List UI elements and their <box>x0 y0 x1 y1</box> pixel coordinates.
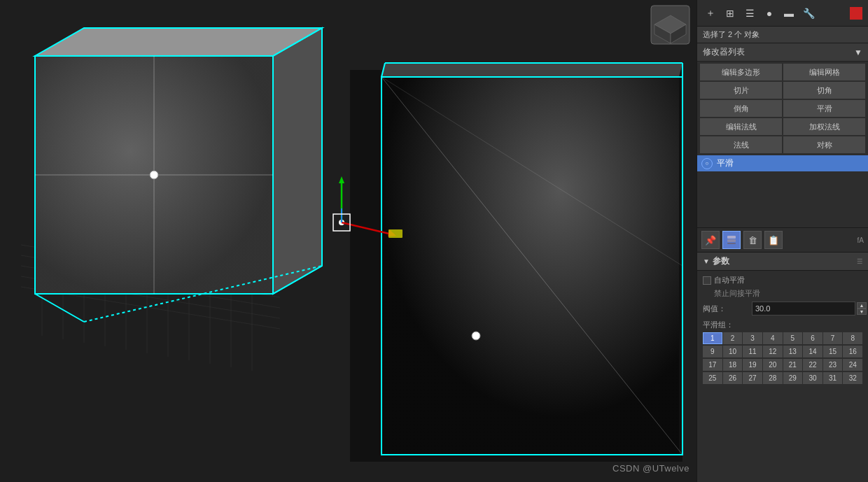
smooth-num-31[interactable]: 31 <box>823 372 843 384</box>
fa-text: fA <box>858 236 864 244</box>
auto-smooth-row: 自动平滑 <box>703 275 862 285</box>
edit-mesh-btn[interactable]: 编辑网格 <box>783 64 865 80</box>
smooth-num-6[interactable]: 6 <box>803 332 822 344</box>
svg-point-29 <box>150 171 158 179</box>
smooth-num-25[interactable]: 25 <box>703 372 722 384</box>
smooth-num-17[interactable]: 17 <box>703 359 722 371</box>
svg-rect-55 <box>727 243 736 244</box>
params-options: ☰ <box>857 258 862 265</box>
smooth-num-12[interactable]: 12 <box>763 346 783 357</box>
delete-icon[interactable]: 🗑 <box>743 231 762 249</box>
weighted-normals-btn[interactable]: 加权法线 <box>783 118 865 135</box>
smooth-num-13[interactable]: 13 <box>783 346 803 357</box>
params-header[interactable]: ▼ 参数 ☰ <box>697 253 868 271</box>
slice-btn[interactable]: 切片 <box>700 82 782 99</box>
modifier-tools: 📌 🗑 📋 fA <box>697 227 868 253</box>
smooth-num-11[interactable]: 11 <box>743 346 762 357</box>
edit-normals-btn[interactable]: 编辑法线 <box>700 118 782 135</box>
smooth-num-16[interactable]: 16 <box>843 346 862 357</box>
smooth-num-22[interactable]: 22 <box>803 359 822 371</box>
smooth-num-2[interactable]: 2 <box>723 332 743 344</box>
smooth-num-23[interactable]: 23 <box>823 359 843 371</box>
edit-poly-btn[interactable]: 编辑多边形 <box>700 64 782 80</box>
svg-marker-32 <box>382 63 682 77</box>
smooth-num-27[interactable]: 27 <box>743 372 762 384</box>
smooth-num-18[interactable]: 18 <box>723 359 743 371</box>
auto-smooth-checkbox[interactable] <box>703 276 711 285</box>
bevel-btn[interactable]: 倒角 <box>700 100 782 117</box>
smooth-num-3[interactable]: 3 <box>743 332 762 344</box>
smooth-num-15[interactable]: 15 <box>823 346 843 357</box>
wrench-icon[interactable]: 🔧 <box>801 6 816 21</box>
smooth-num-7[interactable]: 7 <box>823 332 843 344</box>
add-icon[interactable]: ＋ <box>703 6 718 21</box>
smooth-num-14[interactable]: 14 <box>803 346 822 357</box>
list-icon[interactable]: ☰ <box>742 6 757 21</box>
smooth-num-20[interactable]: 20 <box>763 359 783 371</box>
modifier-list: ○ 平滑 <box>697 155 868 227</box>
chamfer-btn[interactable]: 切角 <box>783 82 865 99</box>
spin-down[interactable]: ▼ <box>857 309 867 315</box>
threshold-spinners: ▲ ▼ <box>857 302 867 315</box>
top-toolbar: ＋ ⊞ ☰ ● ▬ 🔧 <box>697 0 868 27</box>
params-content: 自动平滑 禁止间接平滑 阀值： ▲ ▼ 平滑组： 1 2 3 <box>697 271 868 390</box>
modifier-empty-area <box>697 171 868 227</box>
expand-icon: ▼ <box>703 257 710 265</box>
stack-icon[interactable] <box>722 231 741 249</box>
symmetry-btn[interactable]: 对称 <box>783 136 865 153</box>
smooth-num-10[interactable]: 10 <box>723 346 743 357</box>
modifier-list-header[interactable]: 修改器列表 ▼ <box>697 43 868 62</box>
threshold-label: 阀值： <box>703 304 752 314</box>
grid-icon[interactable]: ⊞ <box>722 6 738 21</box>
pin-icon[interactable]: 📌 <box>701 231 720 249</box>
smooth-num-4[interactable]: 4 <box>763 332 783 344</box>
disable-smooth-row: 禁止间接平滑 <box>703 288 862 299</box>
threshold-row: 阀值： ▲ ▼ <box>703 302 862 316</box>
smooth-btn[interactable]: 平滑 <box>783 100 865 117</box>
svg-marker-19 <box>273 28 322 294</box>
viewport-3d[interactable]: CSDN @UTwelve <box>0 0 696 482</box>
svg-rect-47 <box>388 229 402 238</box>
disable-smooth-label: 禁止间接平滑 <box>714 288 760 299</box>
color-swatch[interactable] <box>850 7 862 20</box>
smooth-num-30[interactable]: 30 <box>803 372 822 384</box>
svg-rect-53 <box>727 236 736 239</box>
svg-marker-31 <box>382 77 679 455</box>
smoothing-grid-row3: 17 18 19 20 21 22 23 24 <box>703 359 862 371</box>
smooth-num-1[interactable]: 1 <box>703 332 722 344</box>
watermark: CSDN @UTwelve <box>612 463 690 474</box>
visibility-icon[interactable]: ○ <box>701 158 713 169</box>
smooth-num-21[interactable]: 21 <box>783 359 803 371</box>
smooth-num-28[interactable]: 28 <box>763 372 783 384</box>
smooth-num-8[interactable]: 8 <box>843 332 862 344</box>
smooth-num-32[interactable]: 32 <box>843 372 862 384</box>
normals-btn[interactable]: 法线 <box>700 136 782 153</box>
modifier-buttons: 编辑多边形 编辑网格 切片 切角 倒角 平滑 编辑法线 加权法线 法线 对称 <box>697 62 868 155</box>
smooth-num-5[interactable]: 5 <box>783 332 803 344</box>
smoothing-grid-row2: 9 10 11 12 13 14 15 16 <box>703 346 862 357</box>
smoothing-grid-row4: 25 26 27 28 29 30 31 32 <box>703 372 862 384</box>
svg-rect-54 <box>727 239 736 242</box>
auto-smooth-label: 自动平滑 <box>714 275 745 285</box>
smooth-num-9[interactable]: 9 <box>703 346 722 357</box>
smooth-num-29[interactable]: 29 <box>783 372 803 384</box>
params-section: ▼ 参数 ☰ 自动平滑 禁止间接平滑 阀值： ▲ ▼ <box>697 253 868 482</box>
smooth-num-24[interactable]: 24 <box>843 359 862 371</box>
svg-point-40 <box>472 332 480 340</box>
sphere-icon[interactable]: ● <box>762 6 777 21</box>
threshold-input[interactable] <box>752 302 855 316</box>
spin-up[interactable]: ▲ <box>857 302 867 309</box>
smoothing-groups-label: 平滑组： <box>703 320 862 330</box>
smooth-num-19[interactable]: 19 <box>743 359 762 371</box>
bar-icon[interactable]: ▬ <box>781 6 797 21</box>
copy-icon[interactable]: 📋 <box>764 231 783 249</box>
smooth-num-26[interactable]: 26 <box>723 372 743 384</box>
right-panel: ＋ ⊞ ☰ ● ▬ 🔧 选择了 2 个 对象 修改器列表 ▼ 编辑多边形 编辑网… <box>696 0 868 482</box>
selected-bar: 选择了 2 个 对象 <box>697 27 868 43</box>
smoothing-grid-row1: 1 2 3 4 5 6 7 8 <box>703 332 862 344</box>
smooth-modifier-item[interactable]: ○ 平滑 <box>697 155 868 171</box>
